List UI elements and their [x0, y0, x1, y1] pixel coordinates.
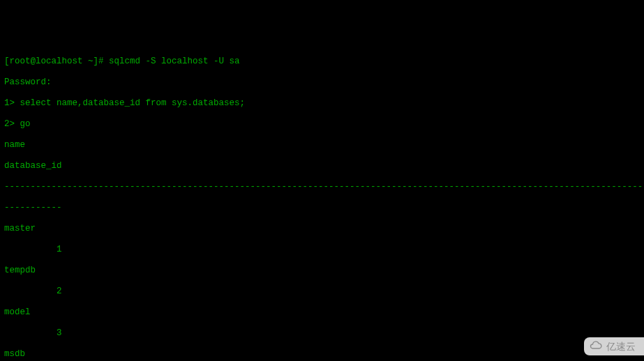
terminal-line: master: [4, 224, 640, 234]
terminal-line: 1: [4, 245, 640, 255]
terminal-line: tempdb: [4, 266, 640, 276]
cloud-icon: [590, 340, 602, 353]
terminal-line: name: [4, 140, 640, 151]
terminal-line: 3: [4, 328, 640, 339]
terminal-line: 2> go: [4, 119, 640, 130]
terminal-line: Password:: [4, 77, 640, 88]
terminal-line: -----------: [4, 203, 640, 213]
terminal-line: 2: [4, 286, 640, 297]
terminal-line: 1> select name,database_id from sys.data…: [4, 98, 640, 109]
terminal-line: [root@localhost ~]# sqlcmd -S localhost …: [4, 56, 640, 67]
watermark: 亿速云: [584, 337, 644, 355]
terminal-line: model: [4, 307, 640, 318]
watermark-text: 亿速云: [606, 341, 636, 352]
terminal-line: msdb: [4, 349, 640, 360]
terminal-line: database_id: [4, 161, 640, 171]
terminal-line: ----------------------------------------…: [4, 182, 640, 192]
terminal-output[interactable]: [root@localhost ~]# sqlcmd -S localhost …: [4, 46, 640, 361]
